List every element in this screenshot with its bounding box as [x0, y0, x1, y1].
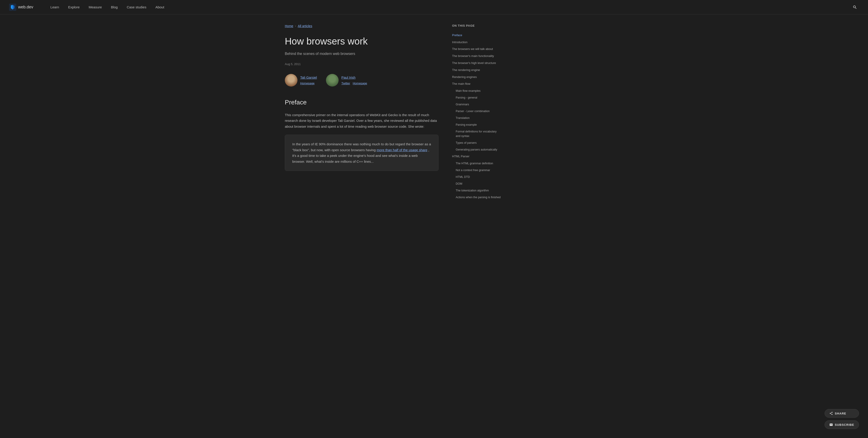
article-subtitle: Behind the scenes of modern web browsers	[285, 51, 438, 57]
site-logo[interactable]: web.dev	[9, 4, 33, 11]
sidebar-toc: On this page PrefaceIntroductionThe brow…	[438, 14, 502, 438]
share-label: SHARE	[835, 412, 846, 415]
author-links-tali: Homepage	[300, 81, 317, 86]
share-icon	[829, 412, 833, 415]
toc-item-2[interactable]: The browsers we will talk about	[452, 46, 502, 53]
toc-item-11[interactable]: Parser - Lexer combination	[452, 108, 502, 115]
toc-item-9[interactable]: Parsing - general	[452, 94, 502, 101]
preface-heading: Preface	[285, 97, 438, 107]
author-name-tali[interactable]: Tali Garsiel	[300, 75, 317, 80]
nav-case-studies[interactable]: Case studies	[123, 3, 150, 12]
paul-homepage-link[interactable]: Homepage	[352, 81, 367, 86]
toc-item-4[interactable]: The browser's high level structure	[452, 60, 502, 67]
author-paul: Paul Irish Twitter Homepage	[326, 74, 367, 87]
toc-item-1[interactable]: Introduction	[452, 39, 502, 46]
toc-item-15[interactable]: Types of parsers	[452, 139, 502, 146]
author-info-tali: Tali Garsiel Homepage	[300, 75, 317, 86]
avatar-paul	[326, 74, 339, 87]
toc-item-18[interactable]: The HTML grammar definition	[452, 160, 502, 167]
page-wrapper: Home › All articles How browsers work Be…	[276, 14, 592, 438]
search-icon	[852, 5, 857, 9]
nav-learn[interactable]: Learn	[47, 3, 63, 12]
nav-about[interactable]: About	[152, 3, 168, 12]
author-links-paul: Twitter Homepage	[341, 81, 367, 86]
nav-explore[interactable]: Explore	[64, 3, 83, 12]
article-date: Aug 5, 2011	[285, 62, 438, 67]
floating-actions: SHARE SUBSCRIBE	[825, 409, 859, 429]
breadcrumb-separator: ›	[295, 24, 296, 28]
author-name-paul[interactable]: Paul Irish	[341, 75, 367, 80]
toc-item-13[interactable]: Parsing example	[452, 121, 502, 128]
toc-item-12[interactable]: Translation	[452, 115, 502, 121]
main-nav: Learn Explore Measure Blog Case studies …	[47, 3, 851, 12]
toc-item-14[interactable]: Formal definitions for vocabulary and sy…	[452, 128, 502, 139]
toc-item-3[interactable]: The browser's main functionality	[452, 53, 502, 60]
toc-item-17[interactable]: HTML Parser	[452, 153, 502, 160]
toc-item-20[interactable]: HTML DTD	[452, 174, 502, 180]
toc-heading: On this page	[452, 24, 502, 28]
toc-item-16[interactable]: Generating parsers automatically	[452, 146, 502, 153]
subscribe-icon	[829, 423, 833, 427]
toc-item-10[interactable]: Grammars	[452, 101, 502, 108]
toc-item-22[interactable]: The tokenization algorithm	[452, 187, 502, 194]
tali-homepage-link[interactable]: Homepage	[300, 81, 315, 86]
avatar-tali	[285, 74, 298, 87]
toc-item-19[interactable]: Not a context free grammar	[452, 167, 502, 174]
authors-section: Tali Garsiel Homepage Paul Irish Twitter…	[285, 74, 438, 87]
author-tali: Tali Garsiel Homepage	[285, 74, 317, 87]
nav-blog[interactable]: Blog	[107, 3, 121, 12]
toc-item-0[interactable]: Preface	[452, 32, 502, 39]
toc-item-8[interactable]: Main flow examples	[452, 88, 502, 94]
breadcrumb-all-articles[interactable]: All articles	[298, 24, 312, 29]
logo-icon	[9, 4, 16, 11]
subscribe-label: SUBSCRIBE	[835, 423, 854, 427]
toc-item-21[interactable]: DOM	[452, 180, 502, 187]
breadcrumb-home[interactable]: Home	[285, 24, 293, 29]
paul-twitter-link[interactable]: Twitter	[341, 81, 350, 86]
nav-measure[interactable]: Measure	[85, 3, 105, 12]
article-title: How browsers work	[285, 36, 438, 47]
main-content: Home › All articles How browsers work Be…	[285, 14, 438, 438]
site-header: web.dev Learn Explore Measure Blog Case …	[0, 0, 868, 14]
breadcrumb: Home › All articles	[285, 24, 438, 29]
logo-text: web.dev	[18, 4, 33, 10]
toc-item-23[interactable]: Actions when the parsing is finished	[452, 194, 502, 201]
author-info-paul: Paul Irish Twitter Homepage	[341, 75, 367, 86]
search-button[interactable]	[851, 3, 859, 11]
toc-item-5[interactable]: The rendering engine	[452, 67, 502, 74]
share-button[interactable]: SHARE	[825, 409, 859, 418]
subscribe-button[interactable]: SUBSCRIBE	[825, 420, 859, 429]
blockquote: In the years of IE 90% dominance there w…	[285, 135, 438, 171]
blockquote-content: In the years of IE 90% dominance there w…	[292, 141, 431, 164]
preface-text: This comprehensive primer on the interna…	[285, 112, 438, 129]
blockquote-link[interactable]: more than half of the usage share	[377, 148, 427, 152]
toc-item-7[interactable]: The main flow	[452, 81, 502, 88]
toc-list: PrefaceIntroductionThe browsers we will …	[452, 32, 502, 201]
toc-item-6[interactable]: Rendering engines	[452, 74, 502, 81]
